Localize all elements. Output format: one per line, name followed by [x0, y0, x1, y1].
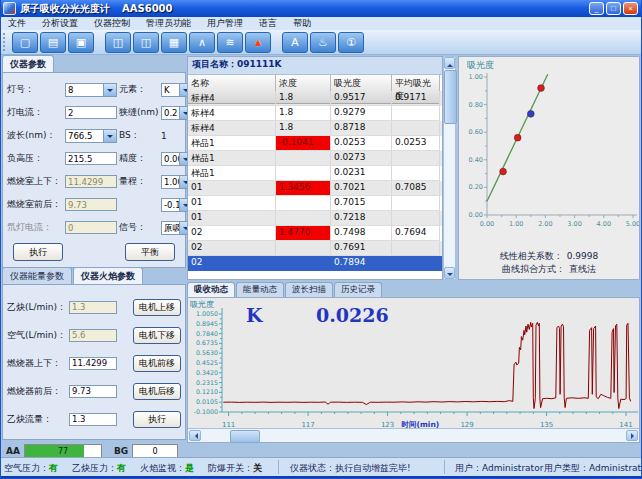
table-row-selected[interactable]: 020.7894 [188, 256, 442, 271]
c2h2-setflow-label: 乙炔流量： [7, 413, 69, 426]
cell-conc [276, 166, 331, 181]
table-row[interactable]: 样品1-0.10410.02530.0253 [188, 136, 442, 151]
combo-value: 8 [66, 84, 103, 96]
menu-language[interactable]: 语言 [251, 16, 285, 31]
table-row[interactable]: 020.7691 [188, 241, 442, 256]
cell-abs: 0.0231 [331, 166, 392, 181]
save-button[interactable]: ▣ [68, 32, 94, 53]
open-file-button[interactable]: ▤ [40, 32, 66, 53]
hscroll-thumb[interactable] [230, 430, 260, 443]
motor-down-button[interactable]: 电机下移 [133, 327, 181, 344]
cell-name: 样品1 [188, 136, 276, 151]
menu-user-management[interactable]: 用户管理 [199, 16, 251, 31]
table-row[interactable]: 样品10.0231 [188, 166, 442, 181]
combo-value: K [162, 84, 179, 96]
svg-text:-0.1000: -0.1000 [194, 408, 218, 415]
table-row[interactable]: 标样41.80.95170.9171 [188, 91, 442, 106]
svg-text:0.1210: 0.1210 [196, 388, 218, 395]
table-row[interactable]: 标样41.80.9279 [188, 106, 442, 121]
tab-instrument-params[interactable]: 仪器参数 [2, 55, 54, 72]
status-label: 仪器状态： [290, 463, 335, 473]
tab-history[interactable]: 历史记录 [334, 282, 382, 297]
burner-align-button[interactable]: ≋ [217, 32, 243, 53]
menu-help[interactable]: 帮助 [285, 16, 319, 31]
combo-value: 0.0000 [162, 153, 179, 165]
new-file-button[interactable]: ▢ [12, 32, 38, 53]
cell-name: 02 [188, 226, 276, 241]
calibration-panel: 吸光度 0.001.002.003.004.005.000.000.200.40… [458, 56, 640, 280]
menu-instrument-control[interactable]: 仪器控制 [86, 16, 138, 31]
minimize-button[interactable]: _ [589, 2, 604, 15]
tab-wavelength-scan[interactable]: 波长扫描 [285, 282, 333, 297]
tab-energy-params[interactable]: 仪器能量参数 [2, 267, 72, 284]
balance-button[interactable]: 平衡 [125, 243, 175, 261]
tab-absorbance-dynamics[interactable]: 吸收动态 [187, 282, 235, 297]
scroll-right-button[interactable] [626, 430, 638, 441]
status-air-pressure: 空气压力：有 [4, 462, 58, 475]
air-flow-label: 空气(L/min)： [7, 329, 69, 342]
status-label: 防爆开关： [208, 463, 253, 473]
lamp-number-combo[interactable]: 8 [65, 83, 117, 97]
app-icon [3, 2, 16, 15]
burner-horizontal-input[interactable] [69, 385, 117, 398]
c2h2-setflow-input[interactable] [69, 413, 117, 426]
table-row[interactable]: 010.7218 [188, 211, 442, 226]
cell-name: 02 [188, 241, 276, 256]
ignite-flame-button[interactable]: ▲ [245, 32, 271, 53]
status-user-type: 用户类型：Administrator [544, 462, 642, 475]
maximize-button[interactable]: □ [606, 2, 621, 15]
chart-hscrollbar[interactable] [188, 428, 639, 442]
tab-energy-dynamics[interactable]: 能量动态 [236, 282, 284, 297]
menu-file[interactable]: 文件 [0, 16, 34, 31]
flame-execute-button[interactable]: 执行 [133, 411, 181, 428]
table-row[interactable]: 011.34560.70210.7085 [188, 181, 442, 196]
vscroll-thumb[interactable] [444, 70, 457, 124]
precision-label: 精度： [119, 152, 159, 165]
burner-vertical-input[interactable] [69, 357, 117, 370]
scroll-up-button[interactable] [444, 57, 455, 69]
menu-analysis-settings[interactable]: 分析设置 [34, 16, 86, 31]
dropdown-arrow-icon[interactable] [103, 130, 116, 142]
lamp-energy-button[interactable]: ◫ [133, 32, 159, 53]
svg-text:2.00: 2.00 [538, 220, 552, 228]
cell-avg [392, 241, 440, 256]
motor-back-button[interactable]: 电机后移 [133, 383, 181, 400]
titlebar: 原子吸收分光光度计 AAS6000 _ □ × [0, 0, 642, 17]
lamp-current-input[interactable] [65, 106, 117, 119]
table-vscrollbar[interactable] [443, 56, 456, 280]
lamp-select-button[interactable]: ◫ [105, 32, 131, 53]
cell-conc-flagged: 1.4770 [276, 226, 331, 241]
range-label: 量程： [119, 175, 159, 188]
toolbar-grip[interactable] [3, 33, 8, 51]
tab-flame-params[interactable]: 仪器火焰参数 [73, 267, 143, 284]
cell-abs: 0.9279 [331, 106, 392, 121]
motor-forward-button[interactable]: 电机前移 [133, 355, 181, 372]
menu-admin-functions[interactable]: 管理员功能 [138, 16, 199, 31]
scroll-left-button[interactable] [189, 430, 201, 441]
execute-button[interactable]: 执行 [13, 243, 63, 261]
svg-text:1.00: 1.00 [469, 73, 483, 81]
wavelength-button[interactable]: ▦ [161, 32, 187, 53]
table-row[interactable]: 010.7015 [188, 196, 442, 211]
wavelength-combo[interactable]: 766.5 [65, 129, 117, 143]
motor-up-button[interactable]: 电机上移 [133, 299, 181, 316]
peak-scan-icon: ∧ [198, 36, 206, 48]
table-row[interactable]: 021.47700.74980.7694 [188, 226, 442, 241]
svg-text:0.00: 0.00 [480, 220, 494, 228]
peak-scan-button[interactable]: ∧ [189, 32, 215, 53]
flame-settings-button[interactable]: ♨ [310, 32, 336, 53]
power-button[interactable]: ① [338, 32, 364, 53]
autozero-button[interactable]: A [282, 32, 308, 53]
cell-avg [392, 256, 440, 271]
scroll-down-button[interactable] [444, 267, 455, 279]
user-value: Administrator [482, 463, 543, 473]
chamber-vertical-input [65, 175, 117, 188]
neg-hv-input[interactable] [65, 152, 117, 165]
table-row[interactable]: 标样41.80.8718 [188, 121, 442, 136]
table-row[interactable]: 样品10.0273 [188, 151, 442, 166]
svg-text:5.00: 5.00 [626, 220, 639, 228]
combo-value: 766.5 [66, 130, 103, 142]
cell-abs: 0.0253 [331, 136, 392, 151]
close-button[interactable]: × [623, 2, 638, 15]
dropdown-arrow-icon[interactable] [103, 84, 116, 96]
